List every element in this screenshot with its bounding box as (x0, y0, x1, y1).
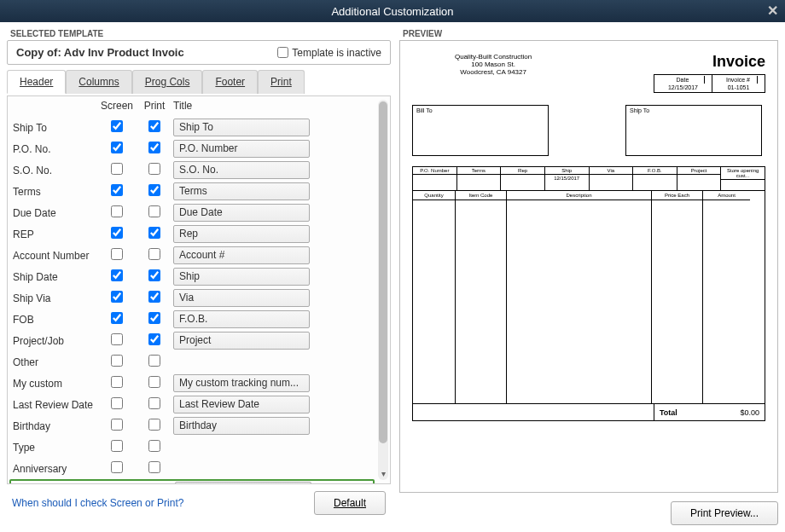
date-value: 12/15/2017 (661, 84, 705, 91)
field-label: Other (13, 356, 98, 368)
selected-template-label: SELECTED TEMPLATE (10, 29, 391, 38)
tab-prog-cols[interactable]: Prog Cols (132, 70, 203, 94)
field-row: Ship ViaVia (8, 287, 376, 309)
field-label: Type (13, 442, 98, 454)
print-checkbox[interactable] (148, 355, 160, 367)
scrollbar[interactable]: ▾ (378, 100, 388, 480)
screen-checkbox[interactable] (111, 312, 123, 324)
title-input[interactable]: My custom tracking num... (173, 374, 310, 392)
screen-checkbox[interactable] (111, 333, 123, 345)
screen-checkbox[interactable] (111, 142, 123, 153)
title-input[interactable]: F.O.B. (173, 310, 310, 328)
print-preview-button[interactable]: Print Preview... (671, 501, 778, 525)
company-name: Quality-Built Construction (455, 53, 532, 61)
screen-checkbox[interactable] (111, 376, 123, 388)
print-checkbox[interactable] (148, 461, 160, 473)
title-input[interactable]: S.O. No. (173, 161, 310, 179)
print-checkbox[interactable] (148, 312, 160, 324)
field-row: Anniversary (8, 458, 376, 479)
meta-cell: Via (590, 167, 634, 190)
inactive-checkbox-wrap[interactable]: Template is inactive (277, 47, 381, 59)
field-row: Account NumberAccount # (8, 245, 376, 266)
screen-checkbox[interactable] (111, 120, 123, 132)
screen-checkbox[interactable] (111, 184, 123, 196)
billto-box: Bill To (412, 105, 549, 156)
print-checkbox[interactable] (148, 227, 160, 239)
date-header: Date (661, 76, 705, 84)
meta-cell: Store opening cust... (721, 167, 765, 190)
field-row: S.O. No.S.O. No. (8, 159, 376, 181)
scrollbar-thumb[interactable] (379, 101, 387, 443)
field-row: Other (8, 351, 376, 373)
print-checkbox[interactable] (148, 376, 160, 388)
tab-columns[interactable]: Columns (66, 70, 131, 94)
print-checkbox[interactable] (148, 291, 160, 303)
screen-checkbox[interactable] (111, 355, 123, 367)
screen-checkbox[interactable] (111, 461, 123, 473)
help-link[interactable]: When should I check Screen or Print? (12, 497, 183, 509)
tab-header[interactable]: Header (7, 70, 66, 94)
title-input[interactable]: Terms (173, 182, 310, 200)
col-print: Print (136, 100, 173, 112)
title-input[interactable]: P.O. Number (173, 140, 310, 158)
template-name: Copy of: Adv Inv Product Invoic (16, 46, 184, 59)
print-checkbox[interactable] (148, 419, 160, 431)
screen-checkbox[interactable] (111, 163, 123, 175)
print-checkbox[interactable] (148, 269, 160, 281)
default-button[interactable]: Default (314, 491, 386, 515)
screen-checkbox[interactable] (111, 248, 123, 260)
company-addr1: 100 Mason St. (455, 61, 532, 68)
total-value: $0.00 (740, 408, 759, 417)
scroll-down-icon[interactable]: ▾ (378, 469, 388, 478)
fields-frame: Screen Print Title Ship ToShip ToP.O. No… (7, 95, 391, 484)
field-label: Ship To (13, 122, 98, 134)
screen-checkbox[interactable] (111, 291, 123, 303)
print-checkbox[interactable] (148, 440, 160, 452)
title-input[interactable]: Ship To (173, 119, 310, 136)
close-icon[interactable]: ✕ (767, 3, 778, 19)
field-label: Ship Date (13, 271, 98, 283)
title-input[interactable]: Birthday (173, 417, 310, 435)
inactive-checkbox[interactable] (277, 47, 288, 58)
title-input[interactable]: Rep (173, 225, 310, 243)
title-input[interactable]: Project (173, 332, 310, 350)
print-checkbox[interactable] (148, 205, 160, 217)
screen-checkbox[interactable] (111, 227, 123, 239)
field-row: Ship ToShip To (8, 117, 376, 138)
print-checkbox[interactable] (148, 248, 160, 260)
field-label: Project/Job (13, 335, 98, 347)
title-input[interactable]: Via (173, 289, 310, 307)
title-input[interactable]: Store opening customer? (175, 482, 311, 483)
title-input[interactable]: Due Date (173, 204, 310, 222)
meta-row: P.O. NumberTermsRepShip12/15/2017ViaF.O.… (412, 166, 765, 191)
fields-header: Screen Print Title (8, 96, 390, 115)
items-col: Item Code (456, 191, 507, 403)
field-row: Store openingStore opening customer? (9, 479, 375, 483)
preview-box: Quality-Built Construction 100 Mason St.… (399, 40, 778, 493)
preview-label: PREVIEW (403, 29, 778, 38)
screen-checkbox[interactable] (111, 440, 123, 452)
title-input[interactable]: Ship (173, 268, 310, 286)
meta-cell: P.O. Number (413, 167, 457, 190)
print-checkbox[interactable] (148, 142, 160, 153)
invoice-preview: Quality-Built Construction 100 Mason St.… (412, 53, 765, 471)
screen-checkbox[interactable] (111, 205, 123, 217)
title-input[interactable]: Last Review Date (173, 396, 310, 413)
title-input[interactable]: Account # (173, 246, 310, 264)
meta-cell: Ship12/15/2017 (545, 167, 590, 190)
screen-checkbox[interactable] (111, 419, 123, 431)
print-checkbox[interactable] (148, 120, 160, 132)
items-col: Amount (703, 191, 750, 403)
print-checkbox[interactable] (148, 163, 160, 175)
field-label: Birthday (13, 420, 98, 432)
field-label: FOB (13, 314, 98, 326)
tab-footer[interactable]: Footer (202, 70, 258, 94)
print-checkbox[interactable] (148, 184, 160, 196)
field-row: Type (8, 437, 376, 458)
field-label: Due Date (13, 207, 98, 219)
print-checkbox[interactable] (148, 333, 160, 345)
tab-print[interactable]: Print (258, 70, 305, 94)
print-checkbox[interactable] (148, 397, 160, 409)
screen-checkbox[interactable] (111, 397, 123, 409)
screen-checkbox[interactable] (111, 269, 123, 281)
